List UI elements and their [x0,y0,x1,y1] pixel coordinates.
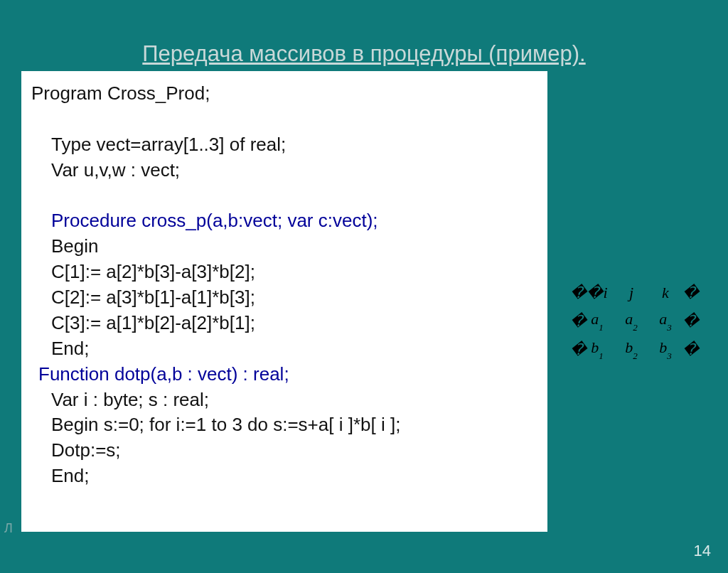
code-line: Type vect=array[1..3] of real; [31,132,537,158]
code-line: C[2]:= a[3]*b[1]-a[1]*b[3]; [31,285,537,311]
matrix-cell: k [648,284,682,302]
matrix-cell: a2 [614,310,648,331]
matrix-formula: � �i j k � � a1 a2 a3 � � b1 b2 b3 � [570,274,692,359]
code-line: End; [31,464,537,489]
matrix-row: � �i j k � [570,274,692,302]
code-line: Dotp:=s; [31,438,537,464]
matrix-cell: a3 [648,310,682,331]
code-line: Program Cross_Prod; [31,81,537,107]
diamond-icon: � [682,341,692,359]
code-line: C[3]:= a[1]*b[2]-a[2]*b[1]; [31,311,537,336]
diamond-icon: � [570,312,580,331]
matrix-cell: b1 [580,338,614,359]
matrix-cell: j [614,284,648,302]
code-line: Begin [31,234,537,259]
slide-number: 14 [694,542,711,560]
code-box: Program Cross_Prod; Type vect=array[1..3… [21,71,547,532]
code-line: C[1]:= a[2]*b[3]-a[3]*b[2]; [31,259,537,285]
matrix-cell: b3 [648,338,682,359]
code-line: Var i : byte; s : real; [31,387,537,413]
code-line-function: Function dotp(a,b : vect) : real; [31,362,537,387]
matrix-row: � a1 a2 a3 � [570,302,692,331]
code-line-procedure: Procedure cross_p(a,b:vect; var c:vect); [31,208,537,234]
code-line: Var u,v,w : vect; [31,158,537,183]
matrix-cell: a1 [580,310,614,331]
diamond-icon: � [570,284,580,302]
footer-mark: Л [4,521,13,536]
diamond-icon: � [570,341,580,359]
diamond-icon: � [682,284,692,302]
diamond-icon: � [682,312,692,331]
matrix-cell: b2 [614,338,648,359]
matrix-cell: �i [580,284,614,302]
code-line: End; [31,336,537,362]
matrix-row: � b1 b2 b3 � [570,331,692,359]
slide-title: Передача массивов в процедуры (пример). [0,41,728,67]
code-line: Begin s:=0; for i:=1 to 3 do s:=s+a[ i ]… [31,412,537,438]
